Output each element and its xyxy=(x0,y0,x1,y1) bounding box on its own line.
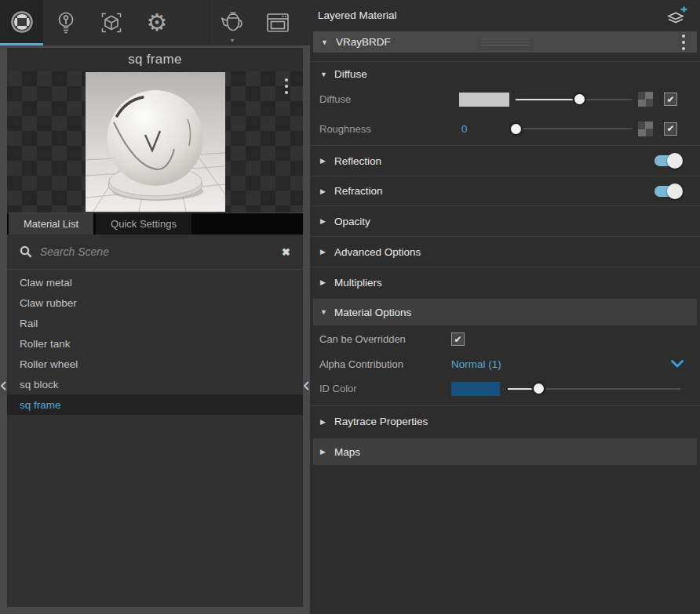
material-list: Claw metal Claw rubber Rail Roller tank … xyxy=(7,270,303,607)
section-header-reflection[interactable]: ▶ Reflection xyxy=(310,145,700,176)
material-name: sq block xyxy=(20,379,59,391)
render-dropdown-arrow[interactable]: ▼ xyxy=(230,38,235,43)
section-header-refraction[interactable]: ▶ Refraction xyxy=(310,176,700,205)
material-preview: sq frame xyxy=(7,48,303,213)
reflection-toggle[interactable] xyxy=(654,155,681,166)
material-list-item[interactable]: Claw metal xyxy=(7,272,303,292)
clear-search-icon[interactable]: ✖ xyxy=(282,246,290,258)
material-editor-panel: ⚙ ▼ xyxy=(0,0,310,614)
material-list-item[interactable]: Rail xyxy=(7,313,303,333)
expand-arrow-icon: ▶ xyxy=(320,157,328,165)
collapse-arrow-icon: ▼ xyxy=(320,308,328,316)
lights-tab[interactable] xyxy=(43,0,89,45)
material-sphere-render[interactable] xyxy=(86,72,225,212)
search-icon xyxy=(20,245,32,258)
param-label: Alpha Contribution xyxy=(319,358,451,370)
section-header-maps[interactable]: ▶ Maps xyxy=(313,438,697,465)
material-name: Roller tank xyxy=(20,338,71,350)
alpha-contribution-dropdown[interactable]: Normal (1) xyxy=(451,358,501,370)
diffuse-color-swatch[interactable] xyxy=(459,93,509,107)
expand-arrow-icon: ▶ xyxy=(320,448,328,456)
main-toolbar: ⚙ ▼ xyxy=(0,0,310,45)
id-color-slider[interactable] xyxy=(508,383,680,394)
left-tabbar: Material List Quick Settings xyxy=(7,213,303,234)
tab-material-list[interactable]: Material List xyxy=(9,213,93,234)
preview-options-menu[interactable] xyxy=(283,76,290,96)
material-inspector-panel: Layered Material ▼ VRayBRDF ▼ Diffuse Di… xyxy=(310,0,700,614)
slider-handle[interactable] xyxy=(574,94,585,104)
diffuse-enabled-checkbox[interactable] xyxy=(664,93,677,106)
material-name: sq frame xyxy=(20,399,61,411)
collapse-arrow-icon[interactable]: ▼ xyxy=(321,38,329,46)
roughness-enabled-checkbox[interactable] xyxy=(664,122,677,136)
roughness-value[interactable]: 0 xyxy=(459,123,509,135)
param-label: Can be Overridden xyxy=(319,333,451,345)
section-title: Raytrace Properties xyxy=(334,416,428,427)
render-button[interactable]: ▼ xyxy=(210,0,255,45)
inspector-header: Layered Material xyxy=(310,0,700,30)
expand-arrow-icon: ▶ xyxy=(320,248,328,256)
section-header-raytrace-properties[interactable]: ▶ Raytrace Properties xyxy=(310,406,700,437)
frame-buffer-icon xyxy=(265,11,290,35)
chevron-down-icon[interactable] xyxy=(671,360,684,368)
toolbar-divider xyxy=(180,0,210,45)
section-title: Refraction xyxy=(334,185,383,197)
id-color-swatch[interactable] xyxy=(451,382,500,396)
preview-material-name: sq frame xyxy=(7,48,303,71)
roughness-texture-map-button[interactable] xyxy=(638,122,653,136)
material-editor-tab[interactable] xyxy=(0,0,43,45)
expand-arrow-icon: ▶ xyxy=(320,217,328,225)
param-label: ID Color xyxy=(319,383,451,394)
alpha-contribution-row: Alpha Contribution Normal (1) xyxy=(310,351,700,376)
material-list-item[interactable]: Roller wheel xyxy=(7,354,303,374)
layer-header-vraybrdf[interactable]: ▼ VRayBRDF xyxy=(313,31,697,53)
material-list-item[interactable]: Claw rubber xyxy=(7,292,303,313)
id-color-row: ID Color xyxy=(310,376,700,401)
collapse-panel-right-icon[interactable] xyxy=(303,376,310,396)
layer-drag-handle[interactable] xyxy=(481,38,530,46)
section-title: Diffuse xyxy=(334,68,367,80)
add-layer-icon[interactable] xyxy=(666,6,687,24)
material-type-title: Layered Material xyxy=(318,9,397,21)
section-header-advanced-options[interactable]: ▶ Advanced Options xyxy=(310,236,700,267)
refraction-toggle[interactable] xyxy=(654,186,681,197)
section-title: Advanced Options xyxy=(334,246,421,258)
render-settings-tab[interactable]: ⚙ xyxy=(134,0,180,45)
frame-buffer-button[interactable] xyxy=(255,0,301,45)
section-header-opacity[interactable]: ▶ Opacity xyxy=(310,205,700,236)
section-header-diffuse[interactable]: ▼ Diffuse xyxy=(310,62,700,86)
material-ball-icon xyxy=(9,9,35,35)
light-bulb-icon xyxy=(54,10,78,35)
param-label: Diffuse xyxy=(319,93,459,105)
collapse-arrow-icon: ▼ xyxy=(320,71,328,78)
material-list-item[interactable]: Roller tank xyxy=(7,333,303,354)
section-title: Multipliers xyxy=(334,277,382,289)
material-name: Rail xyxy=(20,318,38,329)
section-header-material-options[interactable]: ▼ Material Options xyxy=(313,299,697,325)
preview-transparency-checker xyxy=(7,71,303,213)
tab-quick-settings[interactable]: Quick Settings xyxy=(96,213,191,234)
layer-options-menu[interactable] xyxy=(680,32,687,53)
material-list-item-selected[interactable]: sq frame xyxy=(7,394,303,415)
section-title: Maps xyxy=(334,446,360,458)
can-be-overridden-checkbox[interactable] xyxy=(451,332,465,346)
expand-arrow-icon: ▶ xyxy=(320,278,328,286)
material-name: Claw rubber xyxy=(20,297,77,309)
slider-handle[interactable] xyxy=(534,383,544,394)
raytrace-wrap: ▶ Raytrace Properties xyxy=(310,405,700,437)
diffuse-color-row: Diffuse xyxy=(310,86,700,112)
material-list-item[interactable]: sq block xyxy=(7,374,303,394)
section-title: Reflection xyxy=(334,155,381,167)
section-header-multipliers[interactable]: ▶ Multipliers xyxy=(310,267,700,297)
collapse-panel-left-icon[interactable] xyxy=(0,376,7,396)
layer-name: VRayBRDF xyxy=(336,36,391,48)
roughness-slider[interactable] xyxy=(516,124,632,134)
diffuse-texture-map-button[interactable] xyxy=(638,92,653,107)
geometry-tab[interactable] xyxy=(89,0,134,45)
can-be-overridden-row: Can be Overridden xyxy=(310,327,700,351)
param-label: Roughness xyxy=(319,123,459,135)
diffuse-amount-slider[interactable] xyxy=(516,94,632,104)
search-input[interactable] xyxy=(40,245,274,258)
section-title: Material Options xyxy=(334,307,411,318)
slider-handle[interactable] xyxy=(511,124,521,134)
